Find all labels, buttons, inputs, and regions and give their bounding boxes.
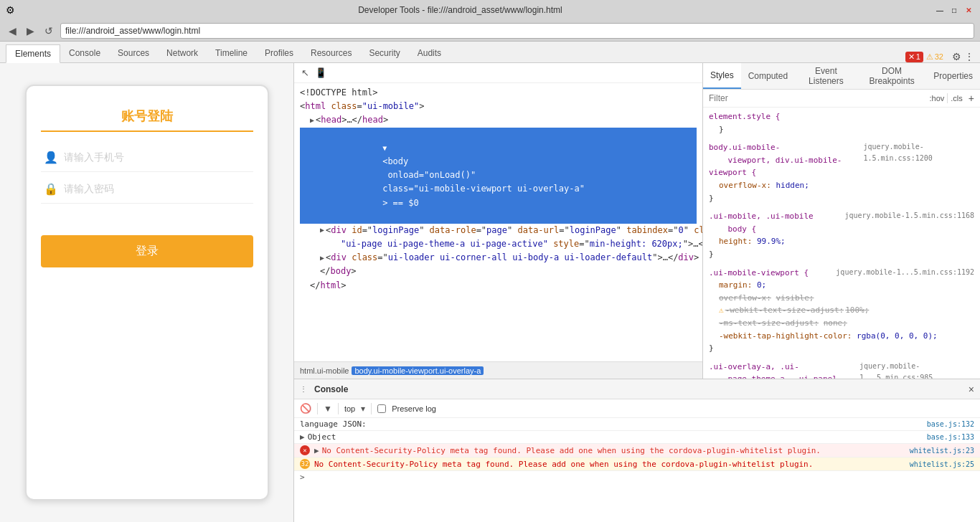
person-icon: 👤 bbox=[44, 151, 58, 164]
error-circle-icon: ✕ bbox=[300, 445, 310, 455]
object-expand-icon[interactable]: ▶ bbox=[300, 432, 305, 442]
html-div-loader-line[interactable]: ▶ <div class="ui-loader ui-corner-all ui… bbox=[300, 251, 697, 265]
console-header: ⋮ Console × bbox=[294, 379, 980, 399]
preserve-log-label: Preserve log bbox=[392, 404, 436, 413]
tab-timeline[interactable]: Timeline bbox=[207, 44, 256, 62]
html-div-loginpage-line[interactable]: ▶ <div id="loginPage" data-role="page" d… bbox=[300, 224, 697, 237]
console-input-row: > bbox=[294, 471, 980, 483]
tab-profiles[interactable]: Profiles bbox=[256, 44, 302, 62]
address-bar[interactable] bbox=[60, 23, 974, 39]
loginpage-expand-icon[interactable]: ▶ bbox=[320, 224, 324, 236]
breadcrumb-body[interactable]: body.ui-mobile-viewport.ui-overlay-a bbox=[352, 366, 484, 375]
mobile-inspect-button[interactable]: 📱 bbox=[314, 66, 329, 80]
password-placeholder: 请输入密码 bbox=[64, 183, 114, 196]
styles-tab-properties[interactable]: Properties bbox=[926, 63, 980, 89]
console-row-warning: 32 No Content-Security-Policy meta tag f… bbox=[294, 457, 980, 471]
console-top-dropdown[interactable]: ▾ bbox=[361, 404, 365, 414]
login-button[interactable]: 登录 bbox=[41, 235, 253, 267]
class-filter[interactable]: .cls bbox=[951, 94, 963, 103]
html-body-line[interactable]: ▼ <body onload="onLoad()" class="ui-mobi… bbox=[300, 128, 697, 224]
style-rule-ui-mobile-viewport: .ui-mobile-viewport { jquery.mobile-1...… bbox=[709, 267, 974, 355]
console-text-object: Object bbox=[308, 432, 336, 442]
tab-resources[interactable]: Resources bbox=[302, 44, 360, 62]
chrome-icon: ⚙ bbox=[6, 4, 15, 16]
window-controls: — □ ✕ bbox=[934, 4, 974, 16]
html-close-html-line: </html> bbox=[300, 279, 697, 293]
console-tab-button[interactable]: Console bbox=[314, 384, 348, 394]
body-expand-icon[interactable]: ▼ bbox=[382, 144, 387, 152]
console-close-button[interactable]: × bbox=[969, 384, 974, 395]
console-row-object: ▶ Object base.js:133 bbox=[294, 431, 980, 444]
html-close-body-line: </body> bbox=[300, 265, 697, 278]
styles-filter-input[interactable] bbox=[709, 93, 927, 103]
browser-window: ⚙ Developer Tools - file:///android_asse… bbox=[0, 0, 980, 522]
console-source-133[interactable]: base.js:133 bbox=[927, 433, 974, 441]
close-button[interactable]: ✕ bbox=[963, 4, 974, 16]
warning-icon: ⚠ bbox=[719, 304, 724, 317]
styles-tab-styles[interactable]: Styles bbox=[703, 63, 741, 89]
console-source-132[interactable]: base.js:132 bbox=[927, 420, 974, 428]
title-bar: ⚙ Developer Tools - file:///android_asse… bbox=[0, 0, 980, 20]
warning-triangle-icon: ⚠ bbox=[926, 52, 933, 62]
tab-audits[interactable]: Audits bbox=[409, 44, 450, 62]
maximize-button[interactable]: □ bbox=[948, 4, 960, 16]
style-rule-element: element.style { } bbox=[709, 110, 974, 136]
minimize-button[interactable]: — bbox=[934, 4, 946, 16]
more-options-icon[interactable]: ⋮ bbox=[964, 51, 974, 62]
forward-button[interactable]: ▶ bbox=[24, 24, 37, 38]
console-warning-text: No Content-Security-Policy meta tag foun… bbox=[314, 460, 813, 469]
devtools-tab-icons: ✕ 1 ⚠ 32 ⚙ ⋮ bbox=[905, 51, 974, 62]
console-error-source[interactable]: whitelist.js:23 bbox=[910, 447, 974, 455]
tab-elements[interactable]: Elements bbox=[6, 44, 60, 63]
html-doctype-line: <!DOCTYPE html> bbox=[300, 86, 697, 100]
elements-panel: ↖ 📱 <!DOCTYPE html> <html class="ui-mobi… bbox=[294, 63, 703, 379]
tab-security[interactable]: Security bbox=[360, 44, 408, 62]
console-warning-source[interactable]: whitelist.js:25 bbox=[910, 460, 974, 468]
main-content: 账号登陆 👤 请输入手机号 🔒 请输入密码 登录 ↖ bbox=[0, 63, 980, 522]
password-input-group: 🔒 请输入密码 bbox=[41, 175, 253, 204]
mobile-preview: 账号登陆 👤 请输入手机号 🔒 请输入密码 登录 bbox=[25, 85, 269, 500]
console-toolbar: 🚫 ▼ top ▾ Preserve log bbox=[294, 399, 980, 418]
error-x-icon: ✕ bbox=[908, 52, 915, 62]
error-count: 1 bbox=[916, 52, 920, 61]
console-clear-button[interactable]: 🚫 bbox=[300, 403, 311, 414]
elements-content: <!DOCTYPE html> <html class="ui-mobile">… bbox=[294, 83, 702, 361]
console-top-label: top bbox=[344, 404, 355, 413]
html-head-line[interactable]: ▶ <head>…</head> bbox=[300, 113, 697, 127]
back-button[interactable]: ◀ bbox=[6, 24, 19, 38]
warning-count: 32 bbox=[935, 52, 943, 61]
pseudo-filter[interactable]: :hov bbox=[930, 94, 945, 103]
cursor-tool-button[interactable]: ↖ bbox=[300, 66, 311, 80]
error-expand-icon[interactable]: ▶ bbox=[314, 446, 319, 455]
styles-tab-event-listeners[interactable]: Event Listeners bbox=[795, 63, 857, 89]
html-root-line: <html class="ui-mobile"> bbox=[300, 100, 697, 113]
phone-placeholder: 请输入手机号 bbox=[64, 151, 124, 164]
console-row-lang-json: language JSON: base.js:132 bbox=[294, 418, 980, 431]
reload-button[interactable]: ↺ bbox=[42, 24, 56, 38]
lock-icon: 🔒 bbox=[44, 182, 58, 196]
error-count-badge: ✕ 1 bbox=[905, 52, 923, 62]
tab-network[interactable]: Network bbox=[158, 44, 207, 62]
settings-icon[interactable]: ⚙ bbox=[952, 51, 961, 62]
tab-sources[interactable]: Sources bbox=[109, 44, 158, 62]
console-text-lang: language JSON: bbox=[300, 419, 367, 429]
preview-pane: 账号登陆 👤 请输入手机号 🔒 请输入密码 登录 bbox=[0, 63, 294, 522]
html-div-loginpage-cont: "ui-page ui-page-theme-a ui-page-active"… bbox=[300, 237, 697, 251]
tab-console[interactable]: Console bbox=[60, 44, 109, 62]
style-rule-ui-mobile-body: .ui-mobile, .ui-mobile body { jquery.mob… bbox=[709, 210, 974, 260]
warning-count-badge: ⚠ 32 bbox=[926, 52, 943, 62]
filter-divider bbox=[947, 93, 948, 103]
style-rule-body-viewport: body.ui-mobile- viewport, div.ui-mobile-… bbox=[709, 141, 974, 204]
toolbar-separator-3 bbox=[371, 403, 372, 414]
styles-panel: Styles Computed Event Listeners DOM Brea… bbox=[703, 63, 980, 379]
breadcrumb-html[interactable]: html.ui-mobile bbox=[300, 366, 349, 375]
styles-tab-dom-breakpoints[interactable]: DOM Breakpoints bbox=[857, 63, 926, 89]
elements-toolbar: ↖ 📱 bbox=[294, 63, 702, 83]
add-style-icon[interactable]: + bbox=[969, 92, 974, 104]
console-filter-button[interactable]: ▼ bbox=[324, 404, 332, 414]
head-expand-icon[interactable]: ▶ bbox=[310, 115, 314, 126]
console-dots-icon[interactable]: ⋮ bbox=[300, 385, 307, 393]
loader-expand-icon[interactable]: ▶ bbox=[320, 252, 324, 264]
preserve-log-checkbox[interactable] bbox=[377, 404, 386, 413]
styles-tab-computed[interactable]: Computed bbox=[741, 63, 795, 89]
